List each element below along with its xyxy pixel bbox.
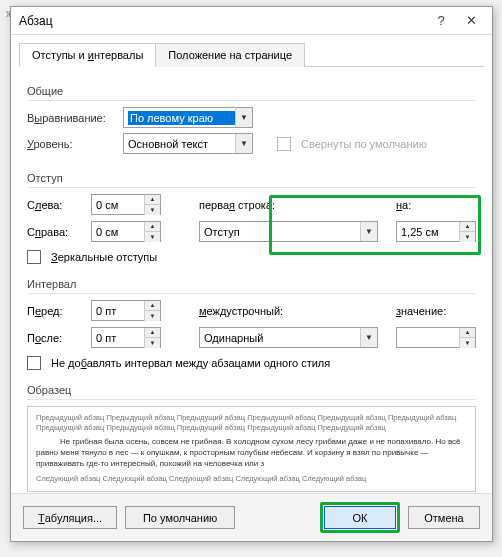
after-spin[interactable]: 0 пт ▲▼ (91, 327, 161, 348)
first-line-select[interactable]: Отступ ▼ (199, 221, 378, 242)
left-indent-spin[interactable]: 0 см ▲▼ (91, 194, 161, 215)
preview-box: Предыдущий абзац Предыдущий абзац Предыд… (27, 406, 476, 492)
by-label: на: (396, 199, 476, 211)
dont-add-space-checkbox[interactable] (27, 356, 41, 370)
mirror-indents-label: Зеркальные отступы (51, 251, 157, 263)
right-indent-label: Справа: (27, 226, 87, 238)
spin-up-icon[interactable]: ▲ (145, 195, 160, 205)
group-spacing-title: Интервал (27, 278, 476, 294)
dialog-title: Абзац (19, 14, 53, 28)
tab-position[interactable]: Положение на странице (155, 43, 305, 67)
spin-down-icon[interactable]: ▼ (460, 232, 475, 242)
dialog-footer: Табуляция... По умолчанию ОК Отмена (11, 493, 492, 541)
spin-up-icon[interactable]: ▲ (145, 301, 160, 311)
paragraph-dialog: Абзац ? ✕ Отступы и интервалы Положение … (10, 6, 493, 542)
set-default-button[interactable]: По умолчанию (125, 506, 235, 529)
line-spacing-select[interactable]: Одинарный ▼ (199, 327, 378, 348)
titlebar: Абзац ? ✕ (11, 7, 492, 35)
spin-down-icon[interactable]: ▼ (145, 232, 160, 242)
spin-up-icon[interactable]: ▲ (460, 328, 475, 338)
mirror-indents-checkbox[interactable] (27, 250, 41, 264)
after-label: После: (27, 332, 87, 344)
spin-up-icon[interactable]: ▲ (145, 222, 160, 232)
outline-level-select[interactable]: Основной текст ▼ (123, 133, 253, 154)
spin-up-icon[interactable]: ▲ (145, 328, 160, 338)
highlight-ok: ОК (320, 502, 400, 533)
spin-down-icon[interactable]: ▼ (145, 205, 160, 215)
cancel-button[interactable]: Отмена (408, 506, 480, 529)
dialog-content: Общие Выравнивание: По левому краю ▼ Уро… (11, 67, 492, 500)
collapse-checkbox (277, 137, 291, 151)
right-indent-spin[interactable]: 0 см ▲▼ (91, 221, 161, 242)
group-indent-title: Отступ (27, 172, 476, 188)
first-line-label: первая строка: (199, 199, 378, 211)
left-indent-label: Слева: (27, 199, 87, 211)
line-spacing-at-spin[interactable]: ▲▼ (396, 327, 476, 348)
group-preview-title: Образец (27, 384, 476, 400)
close-button[interactable]: ✕ (456, 10, 486, 32)
alignment-select[interactable]: По левому краю ▼ (123, 107, 253, 128)
chevron-down-icon[interactable]: ▼ (360, 328, 377, 347)
preview-sample-text: Не грибная была осень, совсем не грибная… (36, 437, 467, 469)
alignment-label: Выравнивание: (27, 112, 117, 124)
help-button[interactable]: ? (426, 10, 456, 32)
outline-level-label: Уровень: (27, 138, 117, 150)
at-label: значение: (396, 305, 476, 317)
tab-strip: Отступы и интервалы Положение на страниц… (11, 35, 492, 67)
spin-down-icon[interactable]: ▼ (145, 338, 160, 348)
dont-add-space-label: Не добавлять интервал между абзацами одн… (51, 357, 330, 369)
before-label: Перед: (27, 305, 87, 317)
spin-up-icon[interactable]: ▲ (460, 222, 475, 232)
group-general-title: Общие (27, 85, 476, 101)
preview-prev-text: Предыдущий абзац Предыдущий абзац Предыд… (36, 413, 467, 433)
tabs-button[interactable]: Табуляция... (23, 506, 117, 529)
spin-down-icon[interactable]: ▼ (145, 311, 160, 321)
preview-next-text: Следующий абзац Следующий абзац Следующи… (36, 474, 467, 484)
first-line-by-spin[interactable]: 1,25 см ▲▼ (396, 221, 476, 242)
chevron-down-icon[interactable]: ▼ (235, 108, 252, 127)
tab-indents[interactable]: Отступы и интервалы (19, 43, 156, 67)
before-spin[interactable]: 0 пт ▲▼ (91, 300, 161, 321)
spin-down-icon[interactable]: ▼ (460, 338, 475, 348)
chevron-down-icon[interactable]: ▼ (235, 134, 252, 153)
ok-button[interactable]: ОК (324, 506, 396, 529)
collapse-label: Свернуты по умолчанию (301, 138, 427, 150)
chevron-down-icon[interactable]: ▼ (360, 222, 377, 241)
line-spacing-label: междустрочный: (199, 305, 378, 317)
